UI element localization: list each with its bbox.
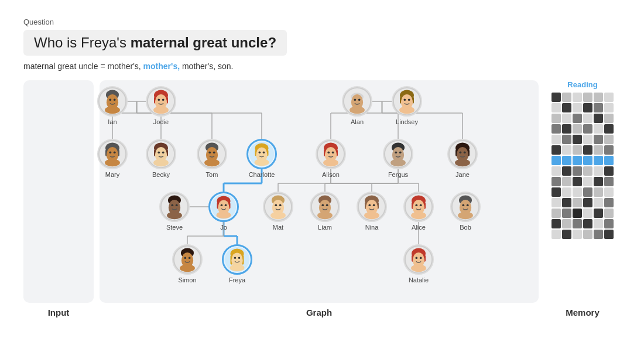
graph-panel: Ian Jodie Alan <box>100 80 539 303</box>
person-simon: Simon <box>172 244 203 284</box>
svg-point-84 <box>114 151 116 153</box>
svg-point-166 <box>317 211 333 219</box>
memory-cell <box>551 209 561 218</box>
bottom-label-memory: Memory <box>544 308 621 317</box>
name-liam: Liam <box>318 224 332 231</box>
person-natalie: Natalie <box>403 244 434 284</box>
panels-row: Ian Jodie Alan <box>23 80 621 303</box>
memory-cell <box>573 219 582 228</box>
memory-cell <box>594 209 603 218</box>
memory-cell <box>604 198 614 207</box>
svg-point-199 <box>180 264 195 272</box>
memory-cell <box>573 156 582 165</box>
memory-cell <box>551 93 561 102</box>
page: Question Who is Freya's maternal great u… <box>0 0 644 362</box>
person-alison: Alison <box>316 139 346 178</box>
svg-point-173 <box>368 204 371 206</box>
svg-point-109 <box>263 152 265 154</box>
svg-point-117 <box>327 151 330 153</box>
person-nina: Nina <box>357 192 387 231</box>
svg-point-142 <box>176 204 178 206</box>
memory-cell <box>604 103 614 112</box>
memory-panel: Reading <box>544 80 621 303</box>
svg-point-141 <box>171 204 173 206</box>
svg-point-135 <box>455 159 470 166</box>
person-mary: Mary <box>97 139 128 178</box>
memory-cell <box>551 145 561 155</box>
memory-cell <box>573 114 582 123</box>
name-alice: Alice <box>412 224 426 231</box>
avatar-mat <box>263 192 293 222</box>
name-alan: Alan <box>351 118 364 125</box>
memory-cell <box>573 166 582 176</box>
avatar-lindsey <box>392 86 422 117</box>
person-steve: Steve <box>159 192 190 231</box>
svg-point-108 <box>259 152 261 154</box>
svg-point-75 <box>408 98 410 101</box>
svg-point-216 <box>420 257 422 259</box>
svg-point-143 <box>167 211 182 219</box>
name-jo: Jo <box>220 224 227 231</box>
svg-point-92 <box>157 151 160 153</box>
svg-point-59 <box>162 98 165 101</box>
memory-cell <box>551 177 561 186</box>
svg-point-152 <box>217 211 231 218</box>
memory-cell <box>604 135 614 144</box>
svg-point-159 <box>270 211 286 219</box>
name-simon: Simon <box>178 276 196 284</box>
svg-point-60 <box>153 106 169 114</box>
memory-cell <box>594 114 603 123</box>
memory-cell <box>583 156 592 165</box>
question-normal: Who is Freya's <box>34 35 131 50</box>
person-charlotte: Charlotte <box>246 139 277 178</box>
memory-cell <box>594 219 603 228</box>
memory-cell <box>583 209 592 218</box>
avatar-simon <box>172 244 203 275</box>
person-ian: Ian <box>97 86 128 125</box>
memory-cell <box>551 156 561 165</box>
memory-cell <box>583 93 592 102</box>
name-becky: Becky <box>152 171 170 178</box>
svg-point-150 <box>221 204 223 207</box>
svg-point-110 <box>255 159 269 166</box>
svg-point-118 <box>332 151 334 153</box>
reading-label: Reading <box>567 80 597 89</box>
memory-cell <box>573 209 582 218</box>
memory-cell <box>573 198 582 207</box>
svg-point-124 <box>395 151 397 153</box>
avatar-steve <box>159 192 190 222</box>
person-jane: Jane <box>447 139 478 178</box>
svg-point-157 <box>275 204 277 206</box>
avatar-nina <box>357 192 387 222</box>
svg-point-76 <box>399 106 415 114</box>
memory-cell <box>551 187 561 197</box>
person-lindsey: Lindsey <box>392 86 422 125</box>
svg-point-119 <box>323 159 338 166</box>
avatar-jodie <box>146 86 176 117</box>
memory-cell <box>562 124 571 134</box>
question-bold: maternal great uncle? <box>131 35 276 50</box>
svg-point-215 <box>415 257 417 259</box>
name-mat: Mat <box>273 224 283 231</box>
svg-point-151 <box>225 204 227 207</box>
memory-cell <box>573 145 582 155</box>
svg-point-94 <box>153 159 169 166</box>
memory-cell <box>604 177 614 186</box>
svg-point-206 <box>234 257 237 259</box>
memory-cell <box>573 93 582 102</box>
person-alan: Alan <box>342 86 372 125</box>
memory-cell <box>594 166 603 176</box>
svg-point-65 <box>354 98 356 101</box>
svg-point-99 <box>208 151 211 153</box>
memory-cell <box>604 187 614 197</box>
avatar-liam <box>310 192 340 222</box>
name-jodie: Jodie <box>153 118 169 125</box>
svg-point-207 <box>238 257 241 259</box>
memory-cell <box>604 230 614 239</box>
question-text: Who is Freya's maternal great uncle? <box>34 35 276 50</box>
bottom-label-graph: Graph <box>94 308 544 317</box>
svg-point-50 <box>114 98 116 101</box>
name-lindsey: Lindsey <box>396 118 418 125</box>
avatar-fergus <box>383 139 413 169</box>
memory-cell <box>594 177 603 186</box>
